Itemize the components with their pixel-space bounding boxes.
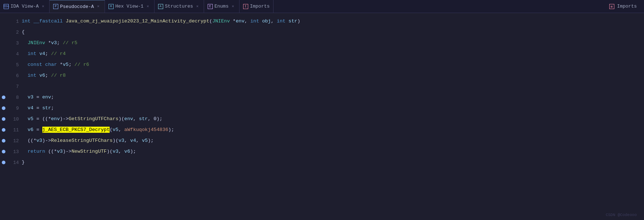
breakpoint-dot-10	[2, 117, 5, 121]
code-line-2: 2{	[0, 27, 644, 38]
code-text-segment: v3 = env;	[22, 94, 54, 100]
tab-ida-view[interactable]: IDAIDA View-A×	[0, 0, 50, 13]
code-line-5: 5 const char *v5; // r6	[0, 59, 644, 70]
code-text-segment: v4 = str;	[22, 105, 54, 111]
line-content-6[interactable]: int v6; // r8	[22, 70, 637, 81]
code-text-segment: v6 =	[22, 127, 42, 132]
code-text-segment: {	[22, 29, 25, 35]
code-text-segment: int v4; // r4	[22, 51, 66, 56]
line-number-4: 4	[7, 51, 22, 57]
line-dot-11	[0, 128, 7, 132]
line-number-1: 1	[7, 19, 22, 24]
code-line-14: 14}	[0, 157, 644, 168]
line-content-5[interactable]: const char *v5; // r6	[22, 59, 637, 70]
line-dot-8	[0, 96, 7, 99]
line-number-11: 11	[7, 127, 22, 133]
line-content-10[interactable]: v5 = ((*env)->GetStringUTFChars)(env, st…	[22, 114, 637, 124]
tab-label-enums: Enums	[215, 4, 229, 9]
line-number-14: 14	[7, 160, 22, 165]
breakpoint-dot-8	[2, 96, 5, 99]
code-line-3: 3 JNIEnv *v3; // r5	[0, 38, 644, 48]
hex-tab-icon: H	[109, 4, 114, 9]
line-content-3[interactable]: JNIEnv *v3; // r5	[22, 38, 637, 48]
line-number-13: 13	[7, 149, 22, 155]
line-content-13[interactable]: return ((*v3)->NewStringUTF)(v3, v6);	[22, 146, 637, 157]
line-content-4[interactable]: int v4; // r4	[22, 48, 637, 59]
tab-close-structures[interactable]: ×	[195, 4, 200, 9]
tab-pseudocode[interactable]: PPseudocode-A×	[50, 0, 105, 13]
code-line-1: 1int __fastcall Java_com_zj_wuaipojie202…	[0, 16, 644, 27]
line-dot-9	[0, 106, 7, 110]
pseudo-tab-icon: P	[53, 4, 58, 9]
line-dot-10	[0, 117, 7, 121]
code-text-segment: ((*v3)->ReleaseStringUTFChars)(v3, v4, v…	[22, 138, 154, 143]
code-text-segment: v5 = ((*env)->GetStringUTFChars)(env, st…	[22, 116, 162, 122]
imports-tab-icon: ⊞	[609, 4, 614, 9]
line-dot-14	[0, 161, 7, 164]
line-number-6: 6	[7, 73, 22, 79]
code-line-9: 9 v4 = str;	[0, 103, 644, 114]
tab-close-enums[interactable]: ×	[230, 4, 236, 9]
code-line-7: 7	[0, 81, 644, 92]
tab-close-hex-view[interactable]: ×	[145, 4, 151, 9]
line-dot-13	[0, 150, 7, 153]
tab-label-hex-view: Hex View-1	[115, 4, 144, 9]
line-content-11[interactable]: v6 = j_AES_ECB_PKCS7_Decrypt(v5, aWfkuqo…	[22, 124, 637, 135]
breakpoint-dot-13	[2, 150, 5, 153]
breakpoint-dot-11	[2, 128, 5, 132]
tab-label-pseudocode: Pseudocode-A	[60, 4, 94, 9]
code-text-segment: int __fastcall Java_com_zj_wuaipojie2023…	[22, 18, 300, 24]
line-content-9[interactable]: v4 = str;	[22, 103, 637, 114]
enum-tab-icon: E	[208, 4, 213, 9]
code-text-segment: }	[22, 160, 25, 165]
code-line-13: 13 return ((*v3)->NewStringUTF)(v3, v6);	[0, 146, 644, 157]
code-text-segment: int v6; // r8	[22, 73, 66, 78]
code-area: 1int __fastcall Java_com_zj_wuaipojie202…	[0, 13, 644, 220]
line-content-1[interactable]: int __fastcall Java_com_zj_wuaipojie2023…	[22, 16, 637, 27]
tab-imports[interactable]: IImports	[240, 0, 274, 13]
code-line-11: 11 v6 = j_AES_ECB_PKCS7_Decrypt(v5, aWfk…	[0, 124, 644, 135]
line-number-7: 7	[7, 84, 22, 89]
line-number-3: 3	[7, 41, 22, 46]
line-number-10: 10	[7, 117, 22, 122]
highlighted-function: j_AES_ECB_PKCS7_Decrypt	[42, 127, 110, 133]
tab-structures[interactable]: AStructures×	[154, 0, 204, 13]
imports-tab-icon: I	[243, 4, 248, 9]
tab-close-ida-view[interactable]: ×	[41, 4, 46, 9]
breakpoint-dot-12	[2, 139, 5, 143]
code-text-segment: return ((*v3)->NewStringUTF)(v3, v6);	[22, 149, 136, 154]
tab-label-ida-view: IDA View-A	[10, 4, 39, 9]
tab-label-imports: Imports	[250, 4, 270, 9]
tab-label-structures: Structures	[165, 4, 193, 9]
code-line-10: 10 v5 = ((*env)->GetStringUTFChars)(env,…	[0, 114, 644, 124]
line-number-9: 9	[7, 106, 22, 111]
struct-tab-icon: A	[158, 4, 163, 9]
code-text-segment: JNIEnv *v3; // r5	[22, 40, 77, 46]
tab-close-pseudocode[interactable]: ×	[96, 4, 101, 9]
code-line-4: 4 int v4; // r4	[0, 48, 644, 59]
code-line-8: 8 v3 = env;	[0, 92, 644, 103]
line-dot-12	[0, 139, 7, 143]
line-content-12[interactable]: ((*v3)->ReleaseStringUTFChars)(v3, v4, v…	[22, 135, 637, 146]
watermark: CSDN @Codeooo	[606, 213, 637, 217]
line-number-8: 8	[7, 95, 22, 100]
line-number-12: 12	[7, 138, 22, 144]
line-number-2: 2	[7, 30, 22, 35]
line-number-5: 5	[7, 62, 22, 68]
line-content-14[interactable]: }	[22, 157, 637, 168]
tab-hex-view[interactable]: HHex View-1×	[105, 0, 154, 13]
code-line-12: 12 ((*v3)->ReleaseStringUTFChars)(v3, v4…	[0, 135, 644, 146]
code-line-6: 6 int v6; // r8	[0, 70, 644, 81]
code-text-segment: (v5, aWfkuqokj454836);	[110, 127, 174, 132]
line-content-8[interactable]: v3 = env;	[22, 92, 637, 103]
tab-imports[interactable]: ⊞ Imports	[609, 4, 644, 9]
tab-enums[interactable]: EEnums×	[204, 0, 240, 13]
line-content-2[interactable]: {	[22, 27, 637, 38]
tab-bar: IDAIDA View-A×PPseudocode-A×HHex View-1×…	[0, 0, 644, 13]
code-text-segment: const char *v5; // r6	[22, 62, 89, 67]
ida-tab-icon: IDA	[4, 4, 9, 9]
breakpoint-dot-9	[2, 106, 5, 110]
tab-label-imports-right: Imports	[614, 4, 637, 9]
breakpoint-dot-14	[2, 161, 5, 164]
